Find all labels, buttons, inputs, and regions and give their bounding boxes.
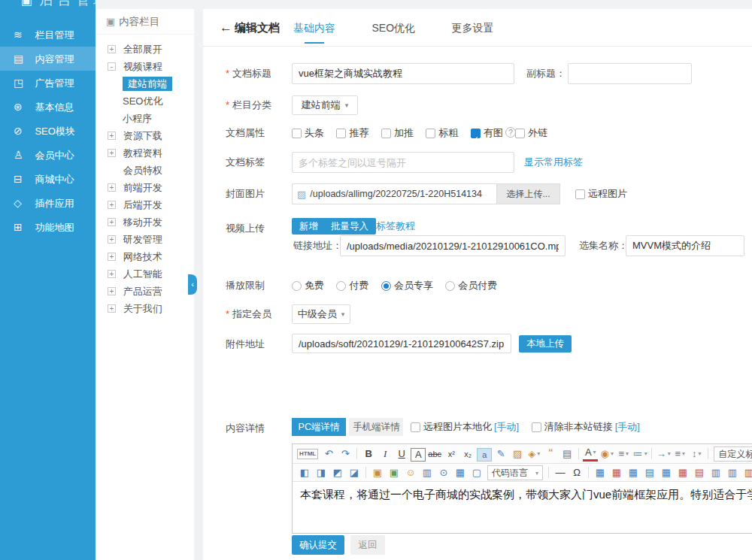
clear-format-icon[interactable]: ▨ bbox=[510, 446, 525, 462]
detail-localize-images[interactable]: 远程图片本地化 [手动] bbox=[411, 418, 519, 436]
sidebar-item-seo-module[interactable]: ⊘ SEO模块 bbox=[0, 119, 96, 143]
batch-import-button[interactable]: 批量导入 bbox=[323, 218, 376, 235]
tree-item-about-us[interactable]: + 关于我们 bbox=[96, 300, 194, 317]
choose-upload-button[interactable]: 选择上传... bbox=[496, 183, 560, 204]
tree-item-video-course[interactable]: - 视频课程 bbox=[96, 58, 194, 75]
doc-title-input[interactable] bbox=[292, 63, 514, 84]
manual-link[interactable]: [手动] bbox=[494, 418, 519, 436]
sidebar-item-feature-map[interactable]: ⊞ 功能地图 bbox=[0, 215, 96, 239]
attachment-input[interactable] bbox=[292, 334, 511, 353]
tree-toggle-icon[interactable]: + bbox=[108, 45, 116, 53]
tree-item-frontend-dev[interactable]: + 前端开发 bbox=[96, 179, 194, 196]
show-common-tags-link[interactable]: 显示常用标签 bbox=[524, 152, 583, 173]
tree-item-mini-program[interactable]: 小程序 bbox=[96, 110, 194, 127]
superscript-icon[interactable]: x² bbox=[444, 446, 459, 462]
collapse-panel-button[interactable]: ‹ bbox=[188, 274, 197, 295]
insert-video-icon[interactable]: ▥ bbox=[420, 465, 435, 481]
member-select[interactable]: 中级会员 ▾ bbox=[292, 304, 350, 324]
tree-toggle-icon[interactable]: + bbox=[108, 304, 116, 313]
image-align-left-icon[interactable]: ◧ bbox=[297, 465, 312, 481]
custom-title-select[interactable]: 自定义标题 bbox=[714, 446, 752, 462]
insert-col-left-icon[interactable]: ▥ bbox=[708, 465, 723, 481]
attachment-icon[interactable]: ⊙ bbox=[436, 465, 451, 481]
cell-properties-icon[interactable]: ▤ bbox=[642, 465, 657, 481]
tree-toggle-icon[interactable]: - bbox=[108, 62, 116, 71]
sidebar-item-mall-center[interactable]: ⊟ 商城中心 bbox=[0, 167, 96, 191]
help-icon[interactable]: ? bbox=[505, 127, 516, 138]
play-member-paid[interactable]: 会员付费 bbox=[445, 275, 497, 296]
horizontal-rule-icon[interactable]: — bbox=[553, 465, 568, 481]
tree-item-mobile-dev[interactable]: + 移动开发 bbox=[96, 213, 194, 231]
html-source-icon[interactable]: HTML bbox=[297, 449, 318, 459]
blockquote-icon[interactable]: “ bbox=[543, 446, 558, 462]
image-align-center-icon[interactable]: ◨ bbox=[314, 465, 329, 481]
tree-item-backend-dev[interactable]: + 后端开发 bbox=[96, 196, 194, 213]
tree-item-network-tech[interactable]: + 网络技术 bbox=[96, 248, 194, 265]
italic-icon[interactable]: I bbox=[378, 446, 393, 462]
tree-item-rd-manage[interactable]: + 研发管理 bbox=[96, 231, 194, 248]
tab-more-settings[interactable]: 更多设置 bbox=[445, 9, 499, 47]
insert-row-above-icon[interactable]: ▦ bbox=[659, 465, 674, 481]
submit-button[interactable]: 确认提交 bbox=[292, 535, 344, 555]
local-upload-button[interactable]: 本地上传 bbox=[519, 335, 572, 353]
tree-item-expand-all[interactable]: + 全部展开 bbox=[96, 41, 194, 58]
tree-item-member-perks[interactable]: 会员特权 bbox=[96, 162, 194, 179]
attr-external-link[interactable]: 外链 bbox=[515, 123, 547, 144]
highlight-icon[interactable]: a bbox=[477, 448, 492, 462]
image-block-icon[interactable]: ◪ bbox=[347, 465, 362, 481]
tree-item-seo[interactable]: SEO优化 bbox=[96, 92, 194, 110]
tree-toggle-icon[interactable]: + bbox=[108, 149, 116, 157]
tree-toggle-icon[interactable]: + bbox=[108, 287, 116, 295]
tab-basic-content[interactable]: 基础内容 bbox=[287, 9, 341, 47]
sidebar-item-content-manage[interactable]: ▤ 内容管理 bbox=[0, 47, 96, 71]
add-video-button[interactable]: 新增 bbox=[292, 218, 326, 235]
detail-tab-mobile[interactable]: 手机端详情 bbox=[349, 418, 403, 436]
color-brush-icon[interactable]: ◈ bbox=[526, 446, 541, 462]
detail-tab-pc[interactable]: PC端详情 bbox=[292, 418, 346, 436]
tree-toggle-icon[interactable]: + bbox=[108, 270, 116, 278]
tree-toggle-icon[interactable]: + bbox=[108, 132, 116, 140]
video-url-input[interactable] bbox=[340, 235, 566, 256]
tag-tutorial-link[interactable]: 标签教程 bbox=[376, 218, 415, 235]
tree-item-product-ops[interactable]: + 产品运营 bbox=[96, 283, 194, 300]
underline-icon[interactable]: U bbox=[394, 446, 409, 462]
emoji-icon[interactable]: ☺ bbox=[403, 465, 418, 481]
bold-icon[interactable]: B bbox=[361, 446, 376, 462]
attr-has-image[interactable]: 有图 bbox=[471, 123, 503, 144]
tree-item-ai[interactable]: + 人工智能 bbox=[96, 265, 194, 283]
image-align-right-icon[interactable]: ◩ bbox=[330, 465, 345, 481]
sidebar-item-ad-manage[interactable]: ◳ 广告管理 bbox=[0, 71, 96, 95]
insert-image-icon[interactable]: ▣ bbox=[370, 465, 385, 481]
attr-recommend[interactable]: 推荐 bbox=[336, 123, 368, 144]
delete-row-icon[interactable]: ▤ bbox=[692, 465, 707, 481]
episode-name-input[interactable] bbox=[626, 235, 744, 256]
insert-col-right-icon[interactable]: ▥ bbox=[725, 465, 740, 481]
tree-toggle-icon[interactable]: + bbox=[108, 183, 116, 192]
category-select[interactable]: 建站前端 ▾ bbox=[292, 95, 358, 115]
sidebar-item-basic-info[interactable]: ⊛ 基本信息 bbox=[0, 95, 96, 119]
manual-link[interactable]: [手动] bbox=[615, 418, 640, 436]
delete-table-icon[interactable]: ▦ bbox=[609, 465, 624, 481]
detail-clear-external-links[interactable]: 清除非本站链接 [手动] bbox=[532, 418, 640, 436]
insert-table-icon[interactable]: ▦ bbox=[593, 465, 608, 481]
tree-item-tutorials[interactable]: + 教程资料 bbox=[96, 144, 194, 162]
image-map-icon[interactable]: ▦ bbox=[453, 465, 468, 481]
tree-item-site-frontend[interactable]: 建站前端 bbox=[96, 75, 194, 92]
font-border-icon[interactable]: A bbox=[411, 448, 426, 462]
editor-content[interactable]: 本套课程，将通过一个电子商城的实战案例，带领大家入门vue前端框架应用。特别适合… bbox=[293, 482, 752, 533]
subscript-icon[interactable]: x₂ bbox=[460, 446, 475, 462]
strikethrough-icon[interactable]: abc bbox=[427, 446, 442, 462]
font-color-icon[interactable]: A bbox=[583, 446, 598, 462]
background-color-icon[interactable]: ◉ bbox=[599, 446, 614, 462]
back-icon[interactable]: ← bbox=[220, 9, 232, 47]
ordered-list-icon[interactable]: ≡ bbox=[616, 446, 631, 462]
delete-col-icon[interactable]: ▥ bbox=[741, 465, 752, 481]
table-properties-icon[interactable]: ▦ bbox=[626, 465, 641, 481]
attr-bold[interactable]: 标粗 bbox=[426, 123, 458, 144]
tree-item-downloads[interactable]: + 资源下载 bbox=[96, 127, 194, 144]
insert-row-below-icon[interactable]: ▦ bbox=[675, 465, 690, 481]
code-language-select[interactable]: 代码语言 bbox=[487, 465, 543, 480]
upload-image-icon[interactable]: ▣ bbox=[387, 465, 402, 481]
tree-toggle-icon[interactable]: + bbox=[108, 235, 116, 244]
align-icon[interactable]: ≡ bbox=[672, 446, 687, 462]
